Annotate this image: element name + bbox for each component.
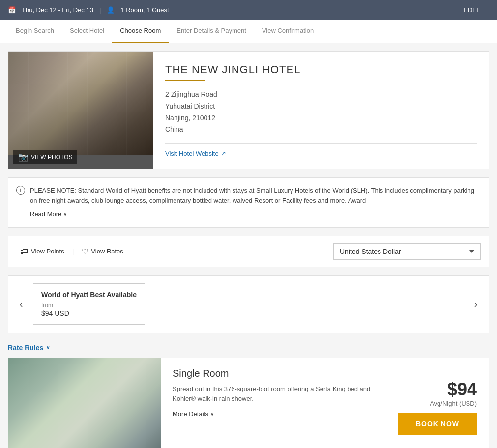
address-line-3: Nanjing, 210012 <box>165 112 477 124</box>
read-more-button[interactable]: Read More ∨ <box>30 209 481 220</box>
main-content: 📷 VIEW PHOTOS THE NEW JINGLI HOTEL 2 Zij… <box>0 43 497 448</box>
room-info: Single Room Spread out in this 376-squar… <box>161 358 386 448</box>
book-now-button[interactable]: BOOK NOW <box>398 413 477 435</box>
hotel-name-underline <box>165 80 205 81</box>
hotel-card: 📷 VIEW PHOTOS THE NEW JINGLI HOTEL 2 Zij… <box>8 51 489 169</box>
view-points-button[interactable]: 🏷 View Points <box>16 245 68 258</box>
room-image <box>8 358 161 448</box>
divider: | <box>99 6 101 14</box>
carousel-next-button[interactable]: › <box>467 295 485 313</box>
rate-card-price: $94 USD <box>41 309 137 317</box>
hotel-website-link[interactable]: Visit Hotel Website ↗ <box>165 150 477 157</box>
address-line-1: 2 Zijinghua Road <box>165 89 477 101</box>
guests-text: 1 Room, 1 Guest <box>120 6 169 14</box>
currency-select[interactable]: United States Dollar Euro British Pound … <box>333 243 481 260</box>
edit-button[interactable]: EDIT <box>454 4 489 16</box>
external-link-icon: ↗ <box>221 150 226 157</box>
notice-box: i PLEASE NOTE: Standard World of Hyatt b… <box>8 177 489 227</box>
camera-icon: 📷 <box>18 152 28 162</box>
address-line-4: China <box>165 124 477 136</box>
dates-text: Thu, Dec 12 - Fri, Dec 13 <box>22 6 93 14</box>
points-icon: 🏷 <box>20 247 28 256</box>
rate-card[interactable]: World of Hyatt Best Available from $94 U… <box>33 283 145 325</box>
rate-rules-chevron-icon: ∨ <box>46 345 50 350</box>
breadcrumb-select-hotel[interactable]: Select Hotel <box>62 20 112 43</box>
more-details-chevron-icon: ∨ <box>210 411 214 417</box>
rate-card-from: from <box>41 302 137 308</box>
person-icon: 👤 <box>107 6 115 14</box>
rate-rules-button[interactable]: Rate Rules ∨ <box>8 341 489 358</box>
rate-controls: 🏷 View Points | ♡ View Rates United Stat… <box>8 236 489 267</box>
room-price: $94 <box>447 379 477 400</box>
rate-card-name: World of Hyatt Best Available <box>41 291 137 299</box>
breadcrumb: Begin Search Select Hotel Choose Room En… <box>0 20 497 43</box>
chevron-down-icon: ∨ <box>63 210 67 218</box>
breadcrumb-choose-room[interactable]: Choose Room <box>112 20 169 43</box>
hotel-divider <box>165 143 477 144</box>
notice-content: PLEASE NOTE: Standard World of Hyatt ben… <box>30 186 481 219</box>
hotel-image <box>8 52 153 155</box>
top-bar: 📅 Thu, Dec 12 - Fri, Dec 13 | 👤 1 Room, … <box>0 0 497 20</box>
view-rates-label: View Rates <box>91 248 123 255</box>
toggle-divider: | <box>68 248 78 255</box>
breadcrumb-view-confirmation[interactable]: View Confirmation <box>254 20 322 43</box>
notice-text: PLEASE NOTE: Standard World of Hyatt ben… <box>30 187 474 204</box>
view-points-label: View Points <box>31 248 64 255</box>
breadcrumb-enter-details[interactable]: Enter Details & Payment <box>169 20 254 43</box>
more-details-button[interactable]: More Details ∨ <box>173 410 375 418</box>
notice-box-inner: i PLEASE NOTE: Standard World of Hyatt b… <box>16 186 481 219</box>
room-name: Single Room <box>173 368 375 379</box>
address-line-2: Yuhuatai District <box>165 101 477 112</box>
info-icon: i <box>16 186 25 195</box>
hotel-name: THE NEW JINGLI HOTEL <box>165 63 477 76</box>
view-photos-label: VIEW PHOTOS <box>31 154 72 161</box>
hotel-image-container: 📷 VIEW PHOTOS <box>8 52 153 169</box>
view-photos-button[interactable]: 📷 VIEW PHOTOS <box>13 150 77 164</box>
tag-icon: ♡ <box>82 247 88 256</box>
calendar-icon: 📅 <box>8 6 16 14</box>
hotel-info: THE NEW JINGLI HOTEL 2 Zijinghua Road Yu… <box>153 52 489 169</box>
hotel-address: 2 Zijinghua Road Yuhuatai District Nanji… <box>165 89 477 136</box>
website-label: Visit Hotel Website <box>165 150 219 157</box>
room-price-unit: Avg/Night (USD) <box>430 400 477 407</box>
top-bar-left: 📅 Thu, Dec 12 - Fri, Dec 13 | 👤 1 Room, … <box>8 6 169 14</box>
breadcrumb-begin-search[interactable]: Begin Search <box>8 20 62 43</box>
carousel-prev-button[interactable]: ‹ <box>12 295 30 313</box>
room-pricing: $94 Avg/Night (USD) BOOK NOW <box>386 358 489 448</box>
rate-carousel: ‹ World of Hyatt Best Available from $94… <box>8 275 489 333</box>
room-card: Single Room Spread out in this 376-squar… <box>8 358 489 448</box>
rate-rules-label: Rate Rules <box>8 344 43 352</box>
view-rates-button[interactable]: ♡ View Rates <box>78 245 127 258</box>
rate-toggles: 🏷 View Points | ♡ View Rates <box>16 245 127 258</box>
room-description: Spread out in this 376-square-foot room … <box>173 384 375 405</box>
